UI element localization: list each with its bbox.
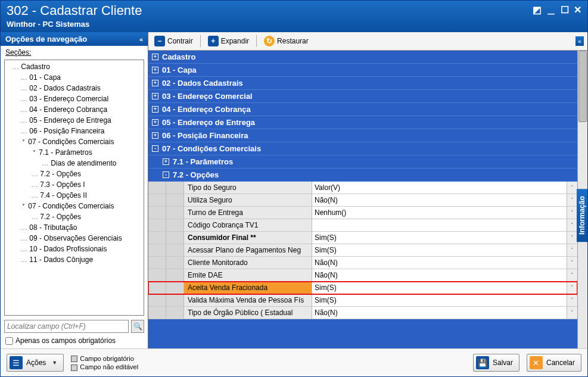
property-value[interactable]: Sim(S) bbox=[312, 282, 567, 294]
category-row[interactable]: +Cadastro bbox=[148, 51, 577, 64]
expand-collapse-icon[interactable]: - bbox=[163, 172, 169, 178]
close-icon[interactable]: ✕ bbox=[574, 4, 581, 17]
property-value[interactable]: Não(N) bbox=[312, 257, 567, 269]
indent bbox=[148, 269, 184, 281]
main-panel: − Contrair + Expandir ↻ Restaurar « +Cad… bbox=[148, 32, 587, 348]
expand-collapse-icon[interactable]: + bbox=[152, 54, 158, 60]
actions-button[interactable]: ☰ Ações ▼ bbox=[7, 354, 64, 372]
property-value[interactable]: Nenhum() bbox=[312, 207, 567, 219]
restore-button[interactable]: ↻ Restaurar bbox=[262, 35, 311, 48]
tree-item[interactable]: ˅ 07 - Condições Comerciais bbox=[5, 201, 144, 211]
property-name: Acessar Plano de Pagamentos Neg bbox=[184, 244, 312, 256]
property-value[interactable] bbox=[312, 219, 567, 231]
property-name: Código Cobrança TV1 bbox=[184, 219, 312, 231]
dropdown-button[interactable]: ˅ bbox=[567, 282, 577, 294]
category-row[interactable]: +7.1 - Parâmetros bbox=[148, 155, 577, 169]
property-value[interactable]: Não(N) bbox=[312, 307, 567, 319]
dropdown-button[interactable]: ˅ bbox=[567, 219, 577, 231]
property-value[interactable]: Valor(V) bbox=[312, 182, 567, 194]
tree-item[interactable]: … 7.3 - Opções I bbox=[5, 179, 144, 190]
tree-item[interactable]: … 01 - Capa bbox=[5, 72, 144, 83]
tree-item[interactable]: … 03 - Endereço Comercial bbox=[5, 94, 144, 104]
property-value[interactable]: Sim(S) bbox=[312, 294, 567, 306]
legend-readonly: Campo não editável bbox=[80, 363, 138, 370]
tree-item[interactable]: … 04 - Endereço Cobrança bbox=[5, 104, 144, 115]
actions-icon: ☰ bbox=[10, 356, 23, 369]
only-required-checkbox[interactable] bbox=[5, 337, 13, 345]
tree-item[interactable]: … 02 - Dados Cadastrais bbox=[5, 83, 144, 94]
category-row[interactable]: +02 - Dados Cadastrais bbox=[148, 77, 577, 90]
tree-item[interactable]: … 11 - Dados Cônjuge bbox=[5, 254, 144, 265]
category-row[interactable]: +06 - Posição Financeira bbox=[148, 129, 577, 142]
property-value[interactable]: Não(N) bbox=[312, 194, 567, 206]
dropdown-button[interactable]: ˅ bbox=[567, 244, 577, 256]
expand-collapse-icon[interactable]: + bbox=[152, 80, 158, 86]
grid-toolbar: − Contrair + Expandir ↻ Restaurar « bbox=[148, 32, 587, 51]
maximize-icon[interactable]: ☐ bbox=[561, 4, 569, 17]
indent bbox=[148, 282, 184, 294]
expand-collapse-icon[interactable]: + bbox=[152, 119, 158, 126]
expand-collapse-icon[interactable]: + bbox=[163, 158, 169, 165]
category-row[interactable]: +04 - Endereço Cobrança bbox=[148, 103, 577, 116]
footer-bar: ☰ Ações ▼ Campo obrigatório Campo não ed… bbox=[1, 348, 587, 376]
property-value[interactable]: Sim(S) bbox=[312, 232, 567, 244]
dropdown-button[interactable]: ˅ bbox=[567, 294, 577, 306]
save-button[interactable]: 💾 Salvar bbox=[473, 354, 519, 372]
property-value[interactable]: Sim(S) bbox=[312, 244, 567, 256]
expand-collapse-icon[interactable]: - bbox=[152, 145, 158, 152]
expand-button[interactable]: + Expandir bbox=[206, 35, 251, 48]
property-name: Aceita Venda Fracionada bbox=[184, 282, 312, 294]
minus-icon: − bbox=[154, 36, 165, 46]
dropdown-button[interactable]: ˅ bbox=[567, 207, 577, 219]
tree-item[interactable]: … 7.2 - Opções bbox=[5, 169, 144, 179]
search-button[interactable]: 🔍 bbox=[131, 320, 144, 333]
scrollbar-thumb[interactable] bbox=[578, 51, 587, 122]
expand-collapse-icon[interactable]: + bbox=[152, 106, 158, 113]
nav-header[interactable]: Opções de navegação « bbox=[1, 32, 148, 46]
property-name: Valida Máxima Venda de Pessoa Fís bbox=[184, 294, 312, 306]
indent bbox=[148, 194, 184, 206]
nav-tree[interactable]: … Cadastro… 01 - Capa… 02 - Dados Cadast… bbox=[5, 60, 144, 315]
separator bbox=[256, 35, 257, 47]
tree-item[interactable]: … 08 - Tributação bbox=[5, 222, 144, 233]
dropdown-button[interactable]: ˅ bbox=[567, 194, 577, 206]
dropdown-button[interactable]: ˅ bbox=[567, 257, 577, 269]
category-row[interactable]: +05 - Endereço de Entrega bbox=[148, 116, 577, 129]
dropdown-button[interactable]: ˅ bbox=[567, 182, 577, 194]
category-row[interactable]: +03 - Endereço Comercial bbox=[148, 90, 577, 103]
tree-item[interactable]: … Dias de atendimento bbox=[5, 158, 144, 169]
indent bbox=[148, 232, 184, 244]
tree-item[interactable]: … 09 - Observações Gerenciais bbox=[5, 233, 144, 244]
collapse-right-button[interactable]: « bbox=[575, 36, 584, 46]
info-tab[interactable]: Informação bbox=[577, 189, 587, 242]
chevron-left-icon[interactable]: « bbox=[139, 36, 143, 43]
property-value[interactable]: Não(N) bbox=[312, 269, 567, 281]
minimize-icon[interactable]: ＿ bbox=[546, 4, 556, 17]
cancel-button[interactable]: ✕ Cancelar bbox=[527, 354, 581, 372]
indent bbox=[148, 219, 184, 231]
edit-icon[interactable]: ◩ bbox=[533, 4, 542, 17]
category-row[interactable]: +01 - Capa bbox=[148, 64, 577, 77]
property-row: Turno de EntregaNenhum()˅ bbox=[148, 207, 577, 219]
dropdown-button[interactable]: ˅ bbox=[567, 232, 577, 244]
tree-item[interactable]: … 10 - Dados Profissionais bbox=[5, 244, 144, 254]
tree-item[interactable]: ˅ 7.1 - Parâmetros bbox=[5, 147, 144, 158]
tree-item[interactable]: ˅ 07 - Condições Comerciais bbox=[5, 136, 144, 147]
category-row[interactable]: -07 - Condições Comerciais bbox=[148, 142, 577, 155]
tree-item[interactable]: … 7.4 - Opções II bbox=[5, 190, 144, 201]
property-row: Código Cobrança TV1˅ bbox=[148, 219, 577, 232]
actions-label: Ações bbox=[26, 359, 46, 367]
property-name: Turno de Entrega bbox=[184, 207, 312, 219]
expand-collapse-icon[interactable]: + bbox=[152, 93, 158, 99]
tree-item[interactable]: … 7.2 - Opções bbox=[5, 211, 144, 222]
category-row[interactable]: -7.2 - Opções bbox=[148, 169, 577, 182]
tree-item[interactable]: … 06 - Posição Financeira bbox=[5, 126, 144, 136]
expand-collapse-icon[interactable]: + bbox=[152, 67, 158, 73]
dropdown-button[interactable]: ˅ bbox=[567, 269, 577, 281]
tree-item[interactable]: … 05 - Endereço de Entrega bbox=[5, 115, 144, 126]
search-input[interactable] bbox=[4, 320, 129, 333]
dropdown-button[interactable]: ˅ bbox=[567, 307, 577, 319]
tree-item[interactable]: … Cadastro bbox=[5, 61, 144, 72]
contract-button[interactable]: − Contrair bbox=[152, 35, 195, 48]
expand-collapse-icon[interactable]: + bbox=[152, 132, 158, 139]
